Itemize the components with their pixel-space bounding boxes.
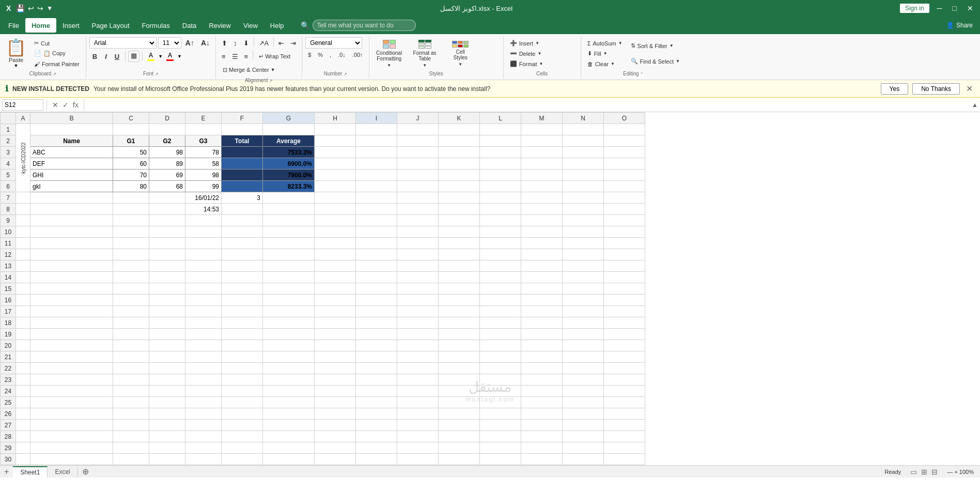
cell-h6[interactable] [315,181,356,192]
cell-i6[interactable] [356,181,397,192]
cell-c5[interactable]: 70 [113,170,149,181]
cell-g4[interactable]: 6900.0% [263,158,315,170]
formula-expand-button[interactable]: ▲ [972,101,978,109]
cell-d2[interactable]: G2 [149,135,185,147]
cell-j1[interactable] [397,124,439,135]
add-sheet-button[interactable]: + [0,466,13,478]
cell-c8[interactable] [113,204,149,215]
col-header-n[interactable]: N [563,113,604,124]
menu-help[interactable]: Help [264,18,290,33]
cell-f8[interactable] [222,204,263,215]
underline-button[interactable]: U [112,51,122,62]
cell-g8[interactable] [263,204,315,215]
page-break-view-button[interactable]: ⊟ [930,468,939,476]
cell-e2[interactable]: G3 [185,135,222,147]
cell-m7[interactable] [521,192,563,204]
cell-b4[interactable]: DEF [30,158,113,170]
cell-i5[interactable] [356,170,397,181]
cell-k6[interactable] [439,181,480,192]
font-size-select[interactable]: 11 [158,37,181,49]
format-button[interactable]: ⬛ Format ▼ [507,59,547,69]
menu-home[interactable]: Home [25,18,56,33]
cell-d5[interactable]: 69 [149,170,185,181]
cell-m8[interactable] [521,204,563,215]
cell-c4[interactable]: 60 [113,158,149,170]
delete-button[interactable]: ➖ Delete ▼ [507,49,547,58]
col-header-k[interactable]: K [439,113,480,124]
cell-k5[interactable] [439,170,480,181]
share-button[interactable]: 👤 Share [946,22,978,29]
cell-styles-button[interactable]: CellStyles ▼ [444,38,477,69]
tell-me-input[interactable] [313,20,416,31]
paste-button[interactable]: 📋 Paste ▼ [3,38,29,69]
indent-decrease-button[interactable]: ⇤ [276,37,287,49]
cell-n2[interactable] [563,135,604,147]
menu-data[interactable]: Data [176,18,203,33]
cell-l3[interactable] [480,147,521,158]
redo-icon[interactable]: ↪ [37,4,43,12]
cell-d6[interactable]: 68 [149,181,185,192]
cell-o7[interactable] [604,192,645,204]
cell-h7[interactable] [315,192,356,204]
col-header-g[interactable]: G [263,113,315,124]
cell-e5[interactable]: 98 [185,170,222,181]
align-right-button[interactable]: ≡ [242,51,251,62]
cell-l4[interactable] [480,158,521,170]
cell-g7[interactable] [263,192,315,204]
col-header-l[interactable]: L [480,113,521,124]
cell-g2[interactable]: Average [263,135,315,147]
cell-j6[interactable] [397,181,439,192]
cell-i7[interactable] [356,192,397,204]
cell-f5[interactable] [222,170,263,181]
cell-a7[interactable] [16,192,30,204]
align-top-button[interactable]: ⬆ [219,37,230,49]
sort-filter-button[interactable]: ⇅ Sort & Filter ▼ [628,41,683,51]
cell-j5[interactable] [397,170,439,181]
decrease-decimal-button[interactable]: .0↓ [335,50,348,60]
cell-n6[interactable] [563,181,604,192]
cell-d4[interactable]: 89 [149,158,185,170]
cell-o1[interactable] [604,124,645,135]
align-left-button[interactable]: ≡ [219,51,228,62]
cell-b8[interactable] [30,204,113,215]
merge-center-button[interactable]: ⊡ Merge & Center ▼ [219,64,279,75]
cell-n7[interactable] [563,192,604,204]
indent-increase-button[interactable]: ⇥ [288,37,299,49]
sheet-tab-excel[interactable]: Excel [48,467,77,477]
cell-c3[interactable]: 50 [113,147,149,158]
orientation-button[interactable]: ↗A [256,37,272,49]
cell-c6[interactable]: 80 [113,181,149,192]
cell-i8[interactable] [356,204,397,215]
number-format-select[interactable]: General [305,37,362,49]
cell-g3[interactable]: 7533.3% [263,147,315,158]
cell-d1[interactable] [149,124,185,135]
cell-i2[interactable] [356,135,397,147]
wrap-text-button[interactable]: ↵ Wrap Text [255,51,294,62]
cell-n3[interactable] [563,147,604,158]
cell-m6[interactable] [521,181,563,192]
fill-color-dropdown[interactable]: ▼ [158,54,163,59]
cell-l1[interactable] [480,124,521,135]
normal-view-button[interactable]: ▭ [909,468,918,476]
cell-l6[interactable] [480,181,521,192]
menu-file[interactable]: File [2,18,25,33]
find-select-button[interactable]: 🔍 Find & Select ▼ [628,57,683,66]
cell-b6[interactable]: gkl [30,181,113,192]
cell-d8[interactable] [149,204,185,215]
cell-k4[interactable] [439,158,480,170]
cell-j4[interactable] [397,158,439,170]
save-icon[interactable]: 💾 [16,4,25,12]
cell-c1[interactable] [113,124,149,135]
cell-n1[interactable] [563,124,604,135]
font-family-select[interactable]: Arial [89,37,157,49]
sheet-tab-sheet1[interactable]: Sheet1 [13,466,48,478]
cell-i4[interactable] [356,158,397,170]
cell-b5[interactable]: GHI [30,170,113,181]
percent-button[interactable]: % [315,50,325,60]
cell-m3[interactable] [521,147,563,158]
formula-function-button[interactable]: fx [71,101,81,109]
bold-button[interactable]: B [89,51,100,62]
cell-d7[interactable] [149,192,185,204]
cell-e4[interactable]: 58 [185,158,222,170]
col-header-h[interactable]: H [315,113,356,124]
